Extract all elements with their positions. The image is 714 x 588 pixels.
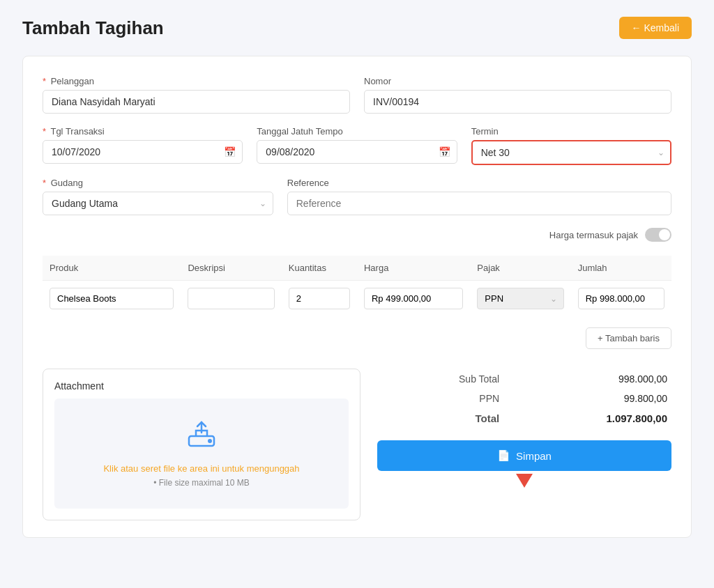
- attachment-title: Attachment: [54, 380, 349, 392]
- harga-pajak-label: Harga termasuk pajak: [549, 230, 638, 240]
- cell-deskripsi: [181, 281, 281, 317]
- totals-table: Sub Total 998.000,00 PPN 99.800,00 Total…: [377, 369, 671, 429]
- drop-zone[interactable]: Klik atau seret file ke area ini untuk m…: [54, 399, 349, 509]
- subtotal-row: Sub Total 998.000,00: [379, 370, 670, 388]
- form-row-2: * Tgl Transaksi 📅 Tanggal Jatuh Tempo 📅: [43, 126, 671, 165]
- produk-input[interactable]: [50, 288, 174, 309]
- form-row-1: * Pelanggan Nomor: [43, 76, 671, 114]
- add-row-button[interactable]: + Tambah baris: [586, 327, 671, 349]
- arrow-indicator: [377, 474, 671, 488]
- tgl-transaksi-group: * Tgl Transaksi 📅: [43, 126, 243, 165]
- drop-zone-text: Klik atau seret file ke area ini untuk m…: [68, 463, 335, 474]
- page-header: Tambah Tagihan ← Kembali: [22, 17, 692, 39]
- table-row: PPN ⌄: [43, 281, 671, 317]
- gudang-select-wrapper: Gudang Utama ⌄: [43, 192, 273, 215]
- subtotal-value: 998.000,00: [517, 370, 670, 388]
- ppn-label: PPN: [379, 389, 516, 408]
- termin-select[interactable]: Net 30 Net 60 Net 90: [471, 140, 671, 165]
- col-jumlah: Jumlah: [571, 256, 671, 281]
- col-deskripsi: Deskripsi: [181, 256, 281, 281]
- termin-label: Termin: [471, 126, 671, 137]
- drop-zone-subtext: • File size maximal 10 MB: [68, 478, 335, 488]
- form-section: * Pelanggan Nomor * Tgl Transaksi: [43, 76, 671, 242]
- col-produk: Produk: [43, 256, 181, 281]
- pelanggan-group: * Pelanggan: [43, 76, 350, 114]
- back-button[interactable]: ← Kembali: [619, 17, 692, 39]
- gudang-group: * Gudang Gudang Utama ⌄: [43, 178, 273, 215]
- gudang-label: * Gudang: [43, 178, 273, 188]
- simpan-button[interactable]: 📄 Simpan: [377, 440, 671, 471]
- tanggal-jatuh-tempo-wrapper: 📅: [257, 140, 457, 164]
- reference-input[interactable]: [287, 192, 671, 215]
- subtotal-label: Sub Total: [379, 370, 516, 388]
- pajak-select-wrapper: PPN ⌄: [477, 288, 563, 309]
- tgl-transaksi-input[interactable]: [43, 140, 243, 164]
- pelanggan-label: * Pelanggan: [43, 76, 350, 86]
- cell-jumlah: [571, 281, 671, 317]
- save-icon: 📄: [497, 449, 510, 462]
- reference-label: Reference: [287, 178, 671, 188]
- toggle-knob: [659, 229, 670, 240]
- tanggal-jatuh-tempo-label: Tanggal Jatuh Tempo: [257, 126, 457, 137]
- nomor-label: Nomor: [364, 76, 671, 86]
- harga-pajak-row: Harga termasuk pajak: [43, 228, 671, 242]
- attachment-box: Attachment Klik atau seret file ke area …: [43, 369, 360, 520]
- form-row-3: * Gudang Gudang Utama ⌄ Reference: [43, 178, 671, 215]
- total-label: Total: [379, 409, 516, 428]
- pelanggan-input[interactable]: [43, 90, 350, 114]
- product-table: Produk Deskripsi Kuantitas Harga Pajak J…: [43, 256, 671, 316]
- upload-icon: [68, 419, 335, 456]
- page-title: Tambah Tagihan: [22, 17, 164, 39]
- ppn-row: PPN 99.800,00: [379, 389, 670, 408]
- total-row: Total 1.097.800,00: [379, 409, 670, 428]
- termin-group: Termin Net 30 Net 60 Net 90 ⌄: [471, 126, 671, 165]
- reference-group: Reference: [287, 178, 671, 215]
- harga-input[interactable]: [364, 288, 463, 309]
- ppn-value: 99.800,00: [517, 389, 670, 408]
- add-row-container: + Tambah baris: [43, 327, 671, 363]
- calendar-icon: 📅: [224, 146, 236, 157]
- table-header-row: Produk Deskripsi Kuantitas Harga Pajak J…: [43, 256, 671, 281]
- gudang-select[interactable]: Gudang Utama: [43, 192, 273, 215]
- kuantitas-input[interactable]: [289, 288, 350, 309]
- simpan-label: Simpan: [516, 450, 552, 462]
- svg-point-2: [208, 439, 212, 443]
- nomor-group: Nomor: [364, 76, 671, 114]
- cell-pajak: PPN ⌄: [470, 281, 570, 317]
- calendar-icon-2: 📅: [439, 146, 450, 157]
- harga-pajak-toggle[interactable]: [645, 228, 671, 242]
- cell-kuantitas: [282, 281, 357, 317]
- jumlah-input[interactable]: [578, 288, 664, 309]
- tanggal-jatuh-tempo-group: Tanggal Jatuh Tempo 📅: [257, 126, 457, 165]
- main-card: * Pelanggan Nomor * Tgl Transaksi: [22, 56, 692, 538]
- cell-harga: [357, 281, 470, 317]
- totals-section: Sub Total 998.000,00 PPN 99.800,00 Total…: [377, 369, 671, 520]
- tanggal-jatuh-tempo-input[interactable]: [257, 140, 457, 164]
- pajak-select[interactable]: PPN: [477, 288, 563, 309]
- termin-select-wrapper: Net 30 Net 60 Net 90 ⌄: [471, 140, 671, 165]
- col-pajak: Pajak: [470, 256, 570, 281]
- deskripsi-input[interactable]: [188, 288, 274, 309]
- col-harga: Harga: [357, 256, 470, 281]
- tgl-transaksi-label: * Tgl Transaksi: [43, 126, 243, 137]
- arrow-up-icon: [516, 474, 533, 488]
- total-value: 1.097.800,00: [517, 409, 670, 428]
- col-kuantitas: Kuantitas: [282, 256, 357, 281]
- bottom-section: Attachment Klik atau seret file ke area …: [43, 369, 671, 520]
- cell-produk: [43, 281, 181, 317]
- nomor-input[interactable]: [364, 90, 671, 114]
- tgl-transaksi-wrapper: 📅: [43, 140, 243, 164]
